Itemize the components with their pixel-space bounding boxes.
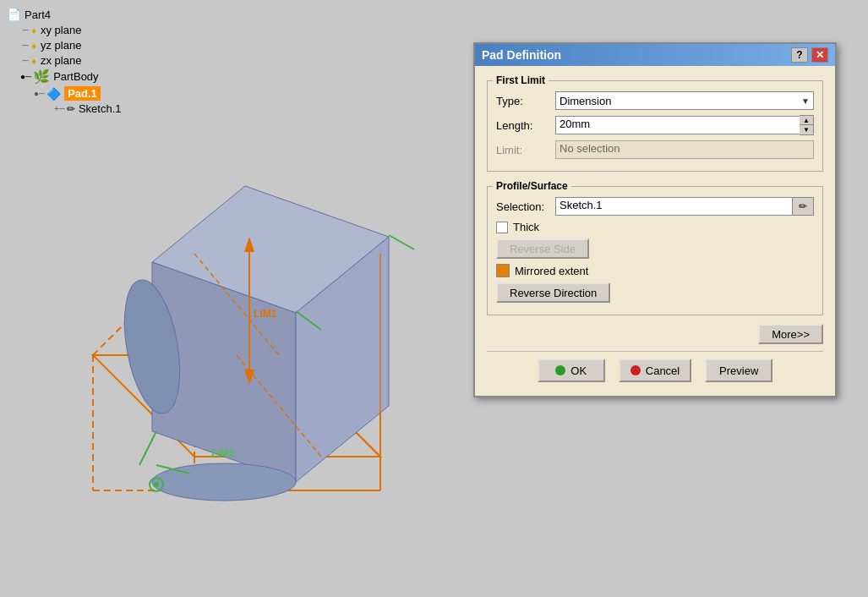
tree-label-part4: Part4 [25, 8, 51, 21]
limit-control: No selection [555, 140, 814, 159]
length-row: Length: 20mm ▲ ▼ [496, 115, 814, 135]
tree-item-yz-plane[interactable]: ─ ⬧ yz plane [20, 37, 171, 52]
reverse-direction-button[interactable]: Reverse Direction [496, 282, 610, 303]
svg-line-22 [139, 431, 156, 465]
partbody-connector: ●─ [20, 72, 31, 81]
reverse-side-row: Reverse Side [496, 238, 814, 259]
svg-text:LIM2: LIM2 [211, 447, 235, 459]
pad1-icon: 🔷 [46, 87, 61, 101]
ok-button[interactable]: OK [538, 359, 605, 382]
tree-label-partbody: PartBody [53, 70, 98, 83]
3d-shape-viewport: LIM1 LIM2 [25, 101, 448, 524]
dialog-close-button[interactable]: ✕ [811, 47, 828, 63]
length-input[interactable]: 20mm [555, 116, 800, 134]
connector: ─ [20, 56, 30, 65]
mirrored-extent-label: Mirrored extent [515, 265, 588, 277]
type-row: Type: Dimension ▼ [496, 91, 814, 110]
dialog-content: First Limit Type: Dimension ▼ Length: 20… [475, 66, 835, 396]
tree-item-zx-plane[interactable]: ─ ⬧ zx plane [20, 52, 171, 68]
partbody-icon: 🌿 [33, 68, 50, 85]
tree-item-part4[interactable]: 📄 Part4 [7, 7, 171, 22]
length-label: Length: [496, 119, 555, 132]
length-control: 20mm ▲ ▼ [555, 115, 814, 135]
zx-plane-icon: ⬧ [30, 53, 37, 67]
viewport: 📄 Part4 ─ ⬧ xy plane ─ ⬧ yz plane ─ ⬧ zx… [0, 0, 482, 597]
preview-button[interactable]: Preview [705, 359, 772, 382]
dropdown-arrow-icon: ▼ [801, 96, 810, 106]
ok-icon [555, 365, 565, 375]
part4-icon: 📄 [7, 8, 21, 21]
pad-definition-dialog: Pad Definition ? ✕ First Limit Type: Dim… [473, 42, 837, 397]
type-control: Dimension ▼ [555, 91, 814, 110]
limit-placeholder: No selection [560, 142, 620, 155]
cancel-button[interactable]: Cancel [619, 359, 691, 382]
thick-checkbox[interactable] [496, 222, 508, 233]
reverse-side-button[interactable]: Reverse Side [496, 238, 589, 259]
mirrored-extent-row: Mirrored extent [496, 264, 814, 277]
tree-label-pad1: Pad.1 [64, 86, 101, 101]
edit-icon: ✏ [799, 200, 807, 212]
dialog-titlebar: Pad Definition ? ✕ [475, 44, 835, 66]
profile-surface-group: Profile/Surface Selection: Sketch.1 ✏ Th… [487, 180, 823, 315]
tree-label-xy-plane: xy plane [41, 24, 81, 36]
svg-point-25 [154, 482, 159, 487]
connector: ─ [20, 25, 30, 35]
footer-buttons: OK Cancel Preview [487, 351, 823, 387]
limit-input[interactable]: No selection [555, 140, 814, 159]
length-increment-button[interactable]: ▲ [800, 116, 813, 125]
limit-label: Limit: [496, 144, 555, 156]
tree-label-yz-plane: yz plane [41, 39, 81, 52]
tree-label-zx-plane: zx plane [41, 54, 81, 67]
reverse-direction-row: Reverse Direction [496, 282, 814, 303]
tree-item-xy-plane[interactable]: ─ ⬧ xy plane [20, 22, 171, 37]
profile-surface-legend: Profile/Surface [493, 180, 571, 192]
yz-plane-icon: ⬧ [30, 38, 37, 52]
cancel-icon [631, 365, 641, 375]
first-limit-group: First Limit Type: Dimension ▼ Length: 20… [487, 74, 823, 172]
selection-input[interactable]: Sketch.1 [555, 197, 792, 216]
type-label: Type: [496, 95, 555, 107]
xy-plane-icon: ⬧ [30, 23, 37, 36]
selection-row: Selection: Sketch.1 ✏ [496, 197, 814, 216]
dialog-help-button[interactable]: ? [791, 47, 808, 63]
length-spinner: ▲ ▼ [800, 115, 814, 135]
selection-label: Selection: [496, 200, 555, 213]
svg-line-21 [389, 235, 414, 249]
more-row: More>> [487, 324, 823, 344]
selection-edit-button[interactable]: ✏ [792, 197, 814, 216]
length-decrement-button[interactable]: ▼ [800, 125, 813, 134]
selection-value: Sketch.1 [560, 199, 603, 211]
more-button[interactable]: More>> [758, 324, 823, 344]
pad1-connector: ●─ [34, 89, 45, 98]
type-dropdown[interactable]: Dimension ▼ [555, 91, 814, 110]
limit-row: Limit: No selection [496, 140, 814, 159]
dialog-title-buttons: ? ✕ [791, 47, 828, 63]
tree-item-pad1[interactable]: ●─ 🔷 Pad.1 [34, 85, 171, 101]
connector: ─ [20, 41, 30, 50]
thick-row: Thick [496, 221, 814, 233]
mirrored-extent-checkbox[interactable] [496, 264, 510, 277]
dialog-title: Pad Definition [482, 48, 561, 62]
type-dropdown-value: Dimension [560, 95, 611, 107]
length-value: 20mm [560, 118, 590, 130]
svg-text:LIM1: LIM1 [254, 308, 277, 320]
tree-item-partbody[interactable]: ●─ 🌿 PartBody [20, 68, 171, 85]
thick-label: Thick [513, 221, 539, 233]
first-limit-legend: First Limit [493, 74, 549, 86]
